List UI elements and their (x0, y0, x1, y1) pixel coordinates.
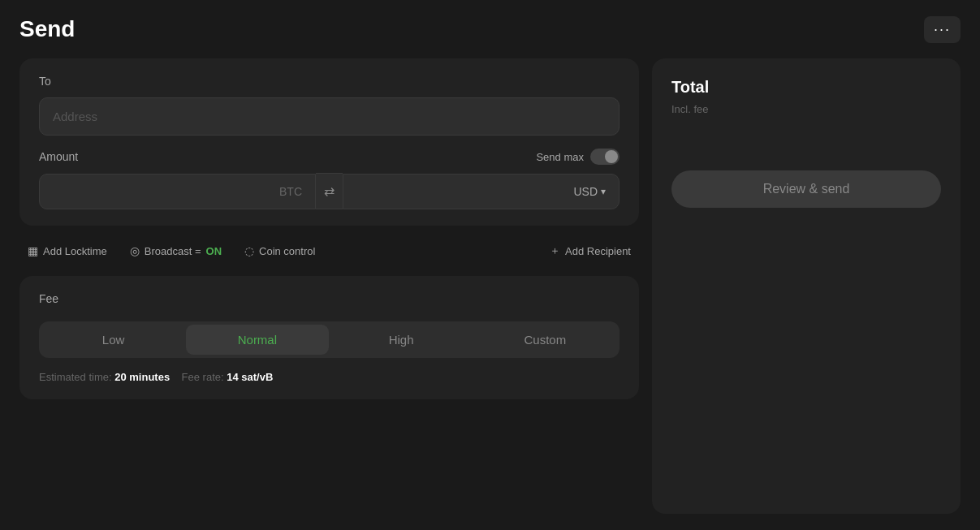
more-options-button[interactable]: ··· (924, 16, 961, 43)
fee-estimate: Estimated time: 20 minutes Fee rate: 14 … (39, 371, 620, 383)
plus-icon: ＋ (550, 243, 560, 258)
to-label: To (39, 75, 620, 88)
broadcast-label: Broadcast = (145, 245, 201, 257)
amount-label-row: Amount Send max (39, 149, 620, 165)
fee-option-custom[interactable]: Custom (474, 325, 616, 355)
send-max-toggle[interactable] (590, 149, 620, 165)
fee-label: Fee (39, 292, 620, 305)
fee-card: Fee Low Normal High Custom Estimated tim… (19, 276, 639, 399)
chevron-down-icon: ▾ (601, 186, 606, 197)
total-label: Total (671, 78, 941, 97)
fee-rate-value: 14 sat/vB (227, 371, 273, 383)
fee-option-normal[interactable]: Normal (186, 325, 328, 355)
fee-option-high[interactable]: High (330, 325, 473, 355)
amount-inputs: BTC ⇄ USD ▾ (39, 173, 620, 209)
main-layout: To Amount Send max BTC (19, 58, 961, 514)
fee-option-low[interactable]: Low (42, 325, 184, 355)
add-locktime-button[interactable]: ▦ Add Locktime (19, 239, 115, 262)
broadcast-button[interactable]: ◎ Broadcast = ON (122, 239, 230, 262)
right-panel: Total Incl. fee Review & send (652, 58, 961, 514)
broadcast-icon: ◎ (130, 244, 140, 257)
send-max-row: Send max (536, 149, 620, 165)
btc-amount-input[interactable] (53, 184, 279, 199)
page-title: Send (19, 16, 961, 42)
total-sublabel: Incl. fee (671, 103, 941, 115)
add-recipient-button[interactable]: ＋ Add Recipient (542, 239, 639, 263)
coin-control-icon: ◌ (244, 244, 254, 257)
to-card: To Amount Send max BTC (19, 58, 639, 226)
usd-amount-input[interactable] (356, 184, 573, 199)
btc-unit-label: BTC (279, 185, 302, 198)
left-panel: To Amount Send max BTC (19, 58, 639, 514)
add-recipient-label: Add Recipient (565, 245, 631, 257)
address-input[interactable] (39, 97, 620, 136)
usd-selector[interactable]: USD ▾ (573, 185, 606, 198)
swap-icon[interactable]: ⇄ (316, 173, 343, 209)
amount-section: Amount Send max BTC ⇄ (39, 149, 620, 209)
usd-input-wrapper: USD ▾ (343, 174, 620, 209)
review-send-button[interactable]: Review & send (671, 170, 941, 208)
fee-options: Low Normal High Custom (39, 321, 620, 358)
coin-control-button[interactable]: ◌ Coin control (236, 239, 323, 262)
send-max-label: Send max (536, 151, 584, 163)
usd-unit-label: USD (573, 185, 598, 198)
estimated-time-value: 20 minutes (114, 371, 170, 383)
amount-label: Amount (39, 150, 78, 163)
estimated-time-label: Estimated time: (39, 371, 112, 383)
locktime-label: Add Locktime (43, 245, 107, 257)
coin-control-label: Coin control (259, 245, 315, 257)
action-bar: ▦ Add Locktime ◎ Broadcast = ON ◌ Coin c… (19, 235, 639, 266)
fee-rate-label: Fee rate: (182, 371, 224, 383)
broadcast-status: ON (206, 245, 222, 257)
btc-input-wrapper: BTC (39, 174, 316, 209)
calendar-icon: ▦ (28, 244, 38, 257)
